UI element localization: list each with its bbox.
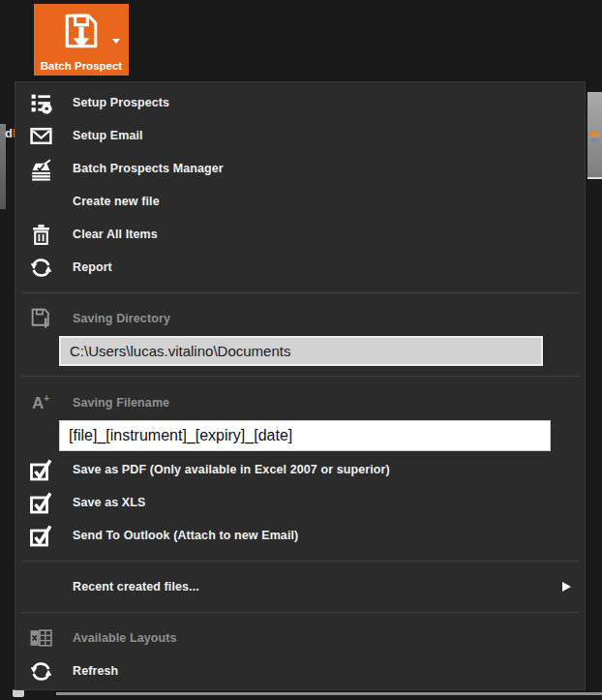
trash-icon <box>28 222 53 247</box>
menu-item-recent-created-files[interactable]: Recent created files... <box>15 570 585 603</box>
no-icon <box>28 574 53 599</box>
saving-filename-input-row <box>15 419 585 451</box>
menu-item-label: Create new file <box>73 195 160 208</box>
menu-separator <box>21 376 579 377</box>
saving-filename-input[interactable] <box>59 420 551 451</box>
background-bottom-edge <box>56 692 602 695</box>
menu-item-saving-filename: A+ Saving Filename <box>15 386 585 419</box>
sync-icon <box>28 658 53 684</box>
menu-item-available-layouts: Available Layouts <box>15 622 585 654</box>
menu-item-clear-all-items[interactable]: Clear All Items <box>15 218 585 251</box>
submenu-arrow-icon <box>562 582 571 592</box>
sync-icon <box>28 255 53 280</box>
menu-item-label: Setup Prospects <box>73 96 169 109</box>
saving-directory-input[interactable] <box>59 336 543 366</box>
batch-prospect-button[interactable]: Batch Prospect <box>34 4 129 76</box>
save-floppy-arrow-icon <box>61 12 102 52</box>
menu-item-label: Save as PDF (Only available in Excel 200… <box>73 463 390 476</box>
no-icon <box>28 189 53 214</box>
menu-item-create-new-file[interactable]: Create new file <box>15 185 585 218</box>
batch-prospect-button-label: Batch Prospect <box>41 60 122 76</box>
menu-item-send-to-outlook[interactable]: Send To Outlook (Attach to new Email) <box>15 519 585 552</box>
setup-prospects-icon <box>28 90 53 115</box>
menu-item-label: Available Layouts <box>73 631 177 645</box>
menu-separator <box>21 292 579 293</box>
dropdown-caret-icon[interactable] <box>112 39 120 44</box>
batch-prospect-dropdown-menu: Setup Prospects Setup Email Batch Prospe… <box>15 81 586 690</box>
menu-item-refresh[interactable]: Refresh <box>15 654 585 687</box>
excel-grid-icon <box>28 625 53 651</box>
menu-item-label: Report <box>73 260 112 274</box>
menu-item-label: Batch Prospects Manager <box>73 162 224 175</box>
background-ribbon-panel-edge <box>587 177 602 179</box>
menu-item-label: Refresh <box>73 664 118 678</box>
menu-item-setup-prospects[interactable]: Setup Prospects <box>15 86 585 119</box>
email-icon <box>28 123 53 148</box>
menu-item-label: Send To Outlook (Attach to new Email) <box>73 529 298 542</box>
menu-item-setup-email[interactable]: Setup Email <box>15 119 585 152</box>
menu-item-label: Saving Filename <box>73 396 169 410</box>
menu-item-saving-directory: Saving Directory <box>15 302 585 335</box>
background-glyph-fragment <box>590 132 598 137</box>
checkbox-checked-icon <box>28 523 53 548</box>
menu-item-label: Recent created files... <box>73 580 199 593</box>
menu-item-save-as-pdf[interactable]: Save as PDF (Only available in Excel 200… <box>15 453 585 486</box>
background-bottom-fragment <box>13 689 24 697</box>
checkbox-checked-icon <box>28 490 53 515</box>
menu-item-label: Setup Email <box>73 129 143 142</box>
menu-separator <box>21 561 579 562</box>
menu-item-batch-prospects-manager[interactable]: Batch Prospects Manager <box>15 152 585 185</box>
floppy-arrow-icon <box>28 306 53 331</box>
menu-item-label: Save as XLS <box>73 496 145 509</box>
stack-check-icon <box>28 156 53 181</box>
a-plus-icon: A+ <box>28 390 53 415</box>
menu-item-save-as-xls[interactable]: Save as XLS <box>15 486 585 519</box>
saving-directory-input-row <box>15 335 585 366</box>
menu-item-report[interactable]: Report <box>15 251 585 284</box>
menu-item-label: Saving Directory <box>73 312 170 325</box>
checkbox-checked-icon <box>28 457 53 482</box>
menu-separator <box>21 612 579 613</box>
menu-item-label: Clear All Items <box>73 228 158 241</box>
background-glyph-fragment-2 <box>590 138 598 142</box>
